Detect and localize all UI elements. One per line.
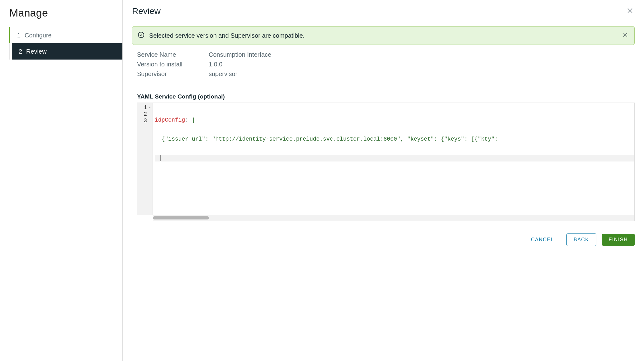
editor-code[interactable]: idpConfig: | {"issuer_url": "http://iden… xyxy=(153,103,634,215)
service-name-value: Consumption Interface xyxy=(209,51,635,58)
step-number: 2 xyxy=(19,48,26,55)
wizard-steps: 1 Configure 2 Review xyxy=(9,27,122,60)
wizard-sidebar: Manage 1 Configure 2 Review xyxy=(0,0,123,361)
supervisor-value: supervisor xyxy=(209,70,635,78)
step-configure[interactable]: 1 Configure xyxy=(10,27,122,43)
compatibility-alert: Selected service version and Supervisor … xyxy=(132,26,635,45)
finish-button[interactable]: FINISH xyxy=(602,234,635,246)
svg-point-2 xyxy=(138,32,144,38)
wizard-footer: CANCEL BACK FINISH xyxy=(132,233,635,246)
step-label: Review xyxy=(26,48,47,55)
back-button[interactable]: BACK xyxy=(566,233,596,246)
main-header: Review xyxy=(132,6,635,17)
service-name-label: Service Name xyxy=(137,51,209,58)
alert-close-button[interactable] xyxy=(621,31,629,40)
scrollbar-thumb[interactable] xyxy=(153,216,209,219)
supervisor-label: Supervisor xyxy=(137,70,209,78)
close-icon xyxy=(627,7,633,14)
fold-icon[interactable]: ▾ xyxy=(148,104,151,111)
cancel-button[interactable]: CANCEL xyxy=(524,234,561,246)
close-icon xyxy=(623,32,628,38)
sidebar-title: Manage xyxy=(0,7,122,27)
editor-gutter: 1▾ 2 3 xyxy=(137,103,153,215)
cursor xyxy=(160,155,161,161)
yaml-config-label: YAML Service Config (optional) xyxy=(137,93,635,100)
editor-h-scrollbar[interactable] xyxy=(153,215,634,221)
version-label: Version to install xyxy=(137,61,209,68)
step-number: 1 xyxy=(17,32,25,39)
review-summary: Service Name Consumption Interface Versi… xyxy=(137,51,635,78)
page-title: Review xyxy=(132,6,161,16)
alert-text: Selected service version and Supervisor … xyxy=(149,32,621,39)
main-panel: Review Selected service version and Supe… xyxy=(123,0,644,361)
step-review[interactable]: 2 Review xyxy=(12,43,122,60)
step-label: Configure xyxy=(25,32,52,39)
version-value: 1.0.0 xyxy=(209,61,635,68)
close-button[interactable] xyxy=(625,6,635,17)
yaml-editor[interactable]: 1▾ 2 3 idpConfig: | {"issuer_url": "http… xyxy=(137,103,635,221)
check-circle-icon xyxy=(137,31,145,40)
